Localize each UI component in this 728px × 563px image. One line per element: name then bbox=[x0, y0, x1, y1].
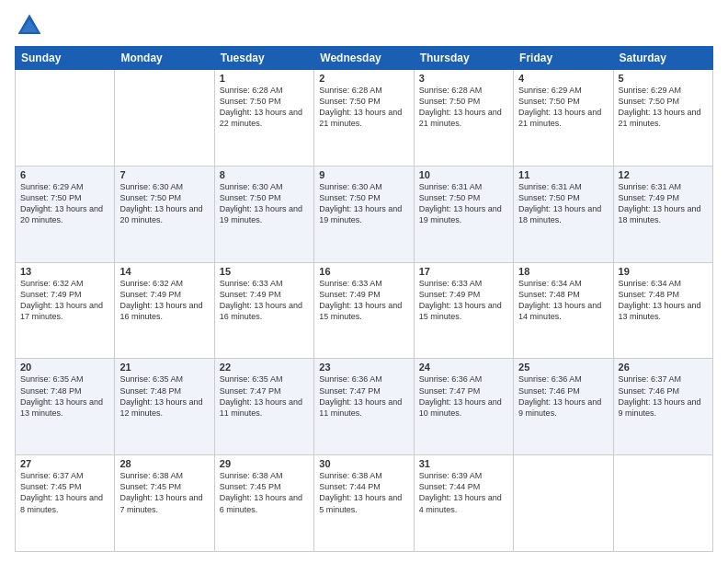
calendar-day-cell: 4Sunrise: 6:29 AM Sunset: 7:50 PM Daylig… bbox=[514, 70, 613, 167]
calendar-day-header: Friday bbox=[514, 47, 613, 70]
day-number: 5 bbox=[619, 73, 708, 84]
calendar-day-cell bbox=[514, 455, 613, 552]
day-number: 7 bbox=[119, 169, 209, 180]
calendar-day-cell: 20Sunrise: 6:35 AM Sunset: 7:48 PM Dayli… bbox=[16, 359, 115, 455]
day-number: 16 bbox=[319, 266, 408, 277]
calendar-day-cell: 17Sunrise: 6:33 AM Sunset: 7:49 PM Dayli… bbox=[414, 262, 513, 359]
day-info: Sunrise: 6:31 AM Sunset: 7:50 PM Dayligh… bbox=[419, 181, 508, 226]
header bbox=[15, 11, 713, 40]
day-info: Sunrise: 6:31 AM Sunset: 7:49 PM Dayligh… bbox=[619, 181, 708, 226]
day-info: Sunrise: 6:29 AM Sunset: 7:50 PM Dayligh… bbox=[619, 85, 708, 130]
day-number: 11 bbox=[518, 169, 608, 180]
day-number: 31 bbox=[419, 458, 508, 469]
logo bbox=[15, 11, 48, 40]
calendar-day-cell bbox=[613, 455, 712, 552]
day-number: 4 bbox=[518, 73, 608, 84]
day-info: Sunrise: 6:37 AM Sunset: 7:45 PM Dayligh… bbox=[20, 470, 109, 515]
day-number: 28 bbox=[119, 458, 209, 469]
day-number: 27 bbox=[20, 458, 109, 469]
calendar-day-cell: 7Sunrise: 6:30 AM Sunset: 7:50 PM Daylig… bbox=[115, 166, 214, 262]
day-number: 21 bbox=[119, 362, 209, 373]
calendar-day-cell: 12Sunrise: 6:31 AM Sunset: 7:49 PM Dayli… bbox=[613, 166, 712, 262]
day-info: Sunrise: 6:39 AM Sunset: 7:44 PM Dayligh… bbox=[419, 470, 508, 515]
calendar-day-cell: 22Sunrise: 6:35 AM Sunset: 7:47 PM Dayli… bbox=[214, 359, 313, 455]
calendar-day-header: Sunday bbox=[16, 47, 115, 70]
logo-icon bbox=[15, 11, 44, 40]
calendar-day-cell: 8Sunrise: 6:30 AM Sunset: 7:50 PM Daylig… bbox=[214, 166, 313, 262]
day-info: Sunrise: 6:28 AM Sunset: 7:50 PM Dayligh… bbox=[220, 85, 309, 130]
day-info: Sunrise: 6:34 AM Sunset: 7:48 PM Dayligh… bbox=[619, 278, 708, 323]
day-info: Sunrise: 6:37 AM Sunset: 7:46 PM Dayligh… bbox=[619, 373, 708, 419]
day-number: 8 bbox=[220, 169, 309, 180]
day-info: Sunrise: 6:33 AM Sunset: 7:49 PM Dayligh… bbox=[319, 278, 408, 323]
calendar-day-cell: 10Sunrise: 6:31 AM Sunset: 7:50 PM Dayli… bbox=[414, 166, 513, 262]
day-number: 24 bbox=[419, 362, 508, 373]
calendar-day-cell: 16Sunrise: 6:33 AM Sunset: 7:49 PM Dayli… bbox=[314, 262, 414, 359]
day-number: 29 bbox=[220, 458, 309, 469]
calendar-day-cell: 25Sunrise: 6:36 AM Sunset: 7:46 PM Dayli… bbox=[514, 359, 613, 455]
day-number: 26 bbox=[619, 362, 708, 373]
calendar-week-row: 1Sunrise: 6:28 AM Sunset: 7:50 PM Daylig… bbox=[16, 70, 713, 167]
day-number: 25 bbox=[518, 362, 608, 373]
calendar-day-cell: 21Sunrise: 6:35 AM Sunset: 7:48 PM Dayli… bbox=[115, 359, 214, 455]
calendar-day-cell: 19Sunrise: 6:34 AM Sunset: 7:48 PM Dayli… bbox=[613, 262, 712, 359]
day-number: 1 bbox=[220, 73, 309, 84]
calendar-day-cell: 29Sunrise: 6:38 AM Sunset: 7:45 PM Dayli… bbox=[214, 455, 313, 552]
day-number: 22 bbox=[220, 362, 309, 373]
day-number: 9 bbox=[319, 169, 408, 180]
day-info: Sunrise: 6:36 AM Sunset: 7:46 PM Dayligh… bbox=[518, 373, 608, 419]
calendar-day-cell: 3Sunrise: 6:28 AM Sunset: 7:50 PM Daylig… bbox=[414, 70, 513, 167]
calendar-week-row: 20Sunrise: 6:35 AM Sunset: 7:48 PM Dayli… bbox=[16, 359, 713, 455]
day-number: 20 bbox=[20, 362, 109, 373]
day-number: 19 bbox=[619, 266, 708, 277]
day-number: 10 bbox=[419, 169, 508, 180]
day-info: Sunrise: 6:28 AM Sunset: 7:50 PM Dayligh… bbox=[419, 85, 508, 130]
calendar-day-cell: 28Sunrise: 6:38 AM Sunset: 7:45 PM Dayli… bbox=[115, 455, 214, 552]
day-info: Sunrise: 6:33 AM Sunset: 7:49 PM Dayligh… bbox=[419, 278, 508, 323]
day-number: 14 bbox=[119, 266, 209, 277]
calendar-day-cell: 18Sunrise: 6:34 AM Sunset: 7:48 PM Dayli… bbox=[514, 262, 613, 359]
calendar-day-cell: 1Sunrise: 6:28 AM Sunset: 7:50 PM Daylig… bbox=[214, 70, 313, 167]
day-info: Sunrise: 6:32 AM Sunset: 7:49 PM Dayligh… bbox=[119, 278, 209, 323]
calendar-header-row: SundayMondayTuesdayWednesdayThursdayFrid… bbox=[16, 47, 713, 70]
day-number: 23 bbox=[319, 362, 408, 373]
calendar-day-cell: 30Sunrise: 6:38 AM Sunset: 7:44 PM Dayli… bbox=[314, 455, 414, 552]
day-info: Sunrise: 6:38 AM Sunset: 7:45 PM Dayligh… bbox=[119, 470, 209, 515]
day-number: 17 bbox=[419, 266, 508, 277]
calendar-day-header: Tuesday bbox=[214, 47, 313, 70]
calendar-table: SundayMondayTuesdayWednesdayThursdayFrid… bbox=[15, 46, 713, 552]
day-info: Sunrise: 6:36 AM Sunset: 7:47 PM Dayligh… bbox=[419, 373, 508, 419]
day-info: Sunrise: 6:30 AM Sunset: 7:50 PM Dayligh… bbox=[220, 181, 309, 226]
calendar-day-cell: 11Sunrise: 6:31 AM Sunset: 7:50 PM Dayli… bbox=[514, 166, 613, 262]
day-info: Sunrise: 6:32 AM Sunset: 7:49 PM Dayligh… bbox=[20, 278, 109, 323]
day-info: Sunrise: 6:33 AM Sunset: 7:49 PM Dayligh… bbox=[220, 278, 309, 323]
day-number: 30 bbox=[319, 458, 408, 469]
calendar-day-cell: 2Sunrise: 6:28 AM Sunset: 7:50 PM Daylig… bbox=[314, 70, 414, 167]
day-number: 18 bbox=[518, 266, 608, 277]
calendar-day-cell: 9Sunrise: 6:30 AM Sunset: 7:50 PM Daylig… bbox=[314, 166, 414, 262]
day-number: 3 bbox=[419, 73, 508, 84]
day-number: 13 bbox=[20, 266, 109, 277]
calendar-week-row: 6Sunrise: 6:29 AM Sunset: 7:50 PM Daylig… bbox=[16, 166, 713, 262]
calendar-day-header: Wednesday bbox=[314, 47, 414, 70]
day-info: Sunrise: 6:31 AM Sunset: 7:50 PM Dayligh… bbox=[518, 181, 608, 226]
day-info: Sunrise: 6:28 AM Sunset: 7:50 PM Dayligh… bbox=[319, 85, 408, 130]
calendar-week-row: 13Sunrise: 6:32 AM Sunset: 7:49 PM Dayli… bbox=[16, 262, 713, 359]
calendar-day-cell: 15Sunrise: 6:33 AM Sunset: 7:49 PM Dayli… bbox=[214, 262, 313, 359]
day-info: Sunrise: 6:29 AM Sunset: 7:50 PM Dayligh… bbox=[518, 85, 608, 130]
calendar-day-cell: 14Sunrise: 6:32 AM Sunset: 7:49 PM Dayli… bbox=[115, 262, 214, 359]
calendar-day-cell bbox=[16, 70, 115, 167]
calendar-day-cell: 31Sunrise: 6:39 AM Sunset: 7:44 PM Dayli… bbox=[414, 455, 513, 552]
day-number: 12 bbox=[619, 169, 708, 180]
day-number: 15 bbox=[220, 266, 309, 277]
calendar-day-header: Thursday bbox=[414, 47, 513, 70]
calendar-week-row: 27Sunrise: 6:37 AM Sunset: 7:45 PM Dayli… bbox=[16, 455, 713, 552]
day-info: Sunrise: 6:38 AM Sunset: 7:45 PM Dayligh… bbox=[220, 470, 309, 515]
day-info: Sunrise: 6:30 AM Sunset: 7:50 PM Dayligh… bbox=[319, 181, 408, 226]
day-info: Sunrise: 6:38 AM Sunset: 7:44 PM Dayligh… bbox=[319, 470, 408, 515]
day-info: Sunrise: 6:29 AM Sunset: 7:50 PM Dayligh… bbox=[20, 181, 109, 226]
calendar-day-cell bbox=[115, 70, 214, 167]
calendar-day-cell: 27Sunrise: 6:37 AM Sunset: 7:45 PM Dayli… bbox=[16, 455, 115, 552]
day-info: Sunrise: 6:35 AM Sunset: 7:48 PM Dayligh… bbox=[20, 373, 109, 419]
day-number: 6 bbox=[20, 169, 109, 180]
